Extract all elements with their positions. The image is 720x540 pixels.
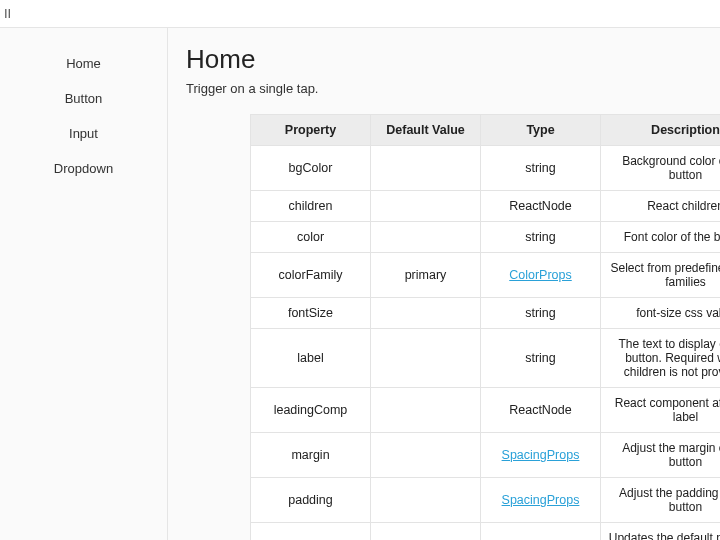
table-row: labelstringThe text to display on the bu… — [251, 329, 721, 388]
cell-property: size — [251, 523, 371, 541]
cell-type: SpacingProps — [481, 478, 601, 523]
col-header-default: Default Value — [371, 115, 481, 146]
cell-property: children — [251, 191, 371, 222]
table-row: fontSizestringfont-size css value — [251, 298, 721, 329]
sidebar-item-label: Dropdown — [54, 161, 113, 176]
table-row: bgColorstringBackground color of the but… — [251, 146, 721, 191]
sidebar: Home Button Input Dropdown — [0, 28, 168, 540]
table-row: marginSpacingPropsAdjust the margin of t… — [251, 433, 721, 478]
cell-default — [371, 298, 481, 329]
table-row: childrenReactNodeReact children — [251, 191, 721, 222]
page-title: Home — [186, 44, 720, 75]
cell-type: SpacingProps — [481, 433, 601, 478]
cell-description: Updates the default padding, margin and … — [601, 523, 721, 541]
sidebar-item-dropdown[interactable]: Dropdown — [0, 151, 167, 186]
cell-description: Background color of the button — [601, 146, 721, 191]
cell-property: fontSize — [251, 298, 371, 329]
cell-description: The text to display on the button. Requi… — [601, 329, 721, 388]
table-row: colorFamilyprimaryColorPropsSelect from … — [251, 253, 721, 298]
cell-default — [371, 433, 481, 478]
type-link[interactable]: SpacingProps — [502, 493, 580, 507]
topbar-title-suffix: II — [4, 6, 11, 21]
cell-default — [371, 191, 481, 222]
cell-description: React component after the label — [601, 388, 721, 433]
col-header-property: Property — [251, 115, 371, 146]
cell-type: string — [481, 298, 601, 329]
cell-default — [371, 388, 481, 433]
cell-property: label — [251, 329, 371, 388]
main: Home Trigger on a single tap. Property D… — [168, 28, 720, 540]
properties-table-wrap: Property Default Value Type Description … — [186, 114, 720, 540]
sidebar-item-label: Home — [66, 56, 101, 71]
cell-default — [371, 222, 481, 253]
cell-property: leadingComp — [251, 388, 371, 433]
cell-type: ColorProps — [481, 253, 601, 298]
cell-description: font-size css value — [601, 298, 721, 329]
sidebar-item-button[interactable]: Button — [0, 81, 167, 116]
sidebar-item-input[interactable]: Input — [0, 116, 167, 151]
page-description: Trigger on a single tap. — [186, 81, 720, 96]
cell-default — [371, 478, 481, 523]
topbar: II — [0, 0, 720, 28]
cell-type: ReactNode — [481, 191, 601, 222]
properties-table: Property Default Value Type Description … — [250, 114, 720, 540]
sidebar-item-home[interactable]: Home — [0, 46, 167, 81]
cell-default: primary — [371, 253, 481, 298]
cell-type: string — [481, 329, 601, 388]
cell-default — [371, 146, 481, 191]
cell-type: string — [481, 222, 601, 253]
type-link[interactable]: ColorProps — [509, 268, 572, 282]
cell-property: color — [251, 222, 371, 253]
sidebar-item-label: Button — [65, 91, 103, 106]
cell-description: React children — [601, 191, 721, 222]
cell-property: colorFamily — [251, 253, 371, 298]
cell-default: m — [371, 523, 481, 541]
table-row: sizemSizePropsUpdates the default paddin… — [251, 523, 721, 541]
cell-description: Adjust the margin of the button — [601, 433, 721, 478]
table-row: colorstringFont color of the button — [251, 222, 721, 253]
cell-description: Font color of the button — [601, 222, 721, 253]
cell-description: Adjust the padding of the button — [601, 478, 721, 523]
col-header-type: Type — [481, 115, 601, 146]
layout: Home Button Input Dropdown Home Trigger … — [0, 28, 720, 540]
sidebar-item-label: Input — [69, 126, 98, 141]
cell-type: ReactNode — [481, 388, 601, 433]
cell-description: Select from predefined color families — [601, 253, 721, 298]
table-row: leadingCompReactNodeReact component afte… — [251, 388, 721, 433]
cell-default — [371, 329, 481, 388]
col-header-description: Description — [601, 115, 721, 146]
table-header-row: Property Default Value Type Description — [251, 115, 721, 146]
cell-type: SizeProps — [481, 523, 601, 541]
cell-property: margin — [251, 433, 371, 478]
type-link[interactable]: SpacingProps — [502, 448, 580, 462]
table-row: paddingSpacingPropsAdjust the padding of… — [251, 478, 721, 523]
cell-property: padding — [251, 478, 371, 523]
cell-type: string — [481, 146, 601, 191]
cell-property: bgColor — [251, 146, 371, 191]
